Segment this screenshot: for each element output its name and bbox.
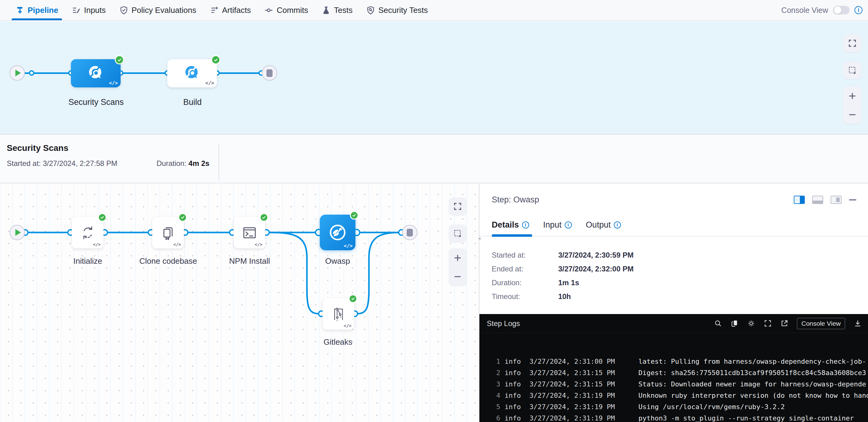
divider	[219, 143, 219, 181]
step-label: Initialize	[73, 256, 102, 266]
log-row[interactable]: 4 info 3/27/2024, 2:31:19 PM Unknown rub…	[479, 392, 868, 403]
step-logs-title: Step Logs	[487, 319, 520, 328]
ci-stage-icon	[183, 64, 202, 83]
layout-bottom-split-icon[interactable]	[812, 196, 823, 204]
tab-details[interactable]: Details i	[492, 220, 529, 230]
step-start-node[interactable]	[9, 225, 25, 240]
log-message: Digest: sha256:7755011cdb13caf9f95051f8c…	[639, 369, 868, 380]
zoom-in-icon[interactable]	[848, 91, 857, 101]
stage-end-node[interactable]	[262, 65, 277, 80]
console-view-toggle[interactable]	[833, 6, 849, 14]
open-in-new-icon[interactable]	[780, 319, 788, 328]
tab-policy-evaluations[interactable]: Policy Evaluations	[113, 0, 203, 20]
layout-floating-icon[interactable]	[831, 196, 842, 204]
zoom-out-icon[interactable]	[453, 272, 462, 281]
stage-started-at: Started at: 3/27/2024, 2:27:58 PM	[7, 159, 117, 168]
stage-duration: Duration: 4m 2s	[157, 159, 209, 168]
success-check-badge	[350, 211, 359, 220]
step-node-initialize[interactable]: </>	[72, 217, 103, 249]
code-badge: </>	[205, 80, 214, 86]
log-timestamp: 3/27/2024, 2:31:19 PM	[529, 392, 639, 403]
panel-layout-controls	[794, 196, 856, 204]
tests-icon	[322, 6, 331, 15]
log-level: info	[505, 380, 529, 392]
detail-label: Timeout:	[492, 292, 556, 301]
step-node-owasp[interactable]: </>	[320, 215, 355, 250]
log-row[interactable]: 3 info 3/27/2024, 2:31:15 PM Status: Dow…	[479, 380, 868, 392]
step-node-gitleaks[interactable]: </>	[322, 298, 354, 330]
step-panel-title: Step: Owasp	[492, 195, 539, 204]
step-logs-toolbar: Console View	[714, 318, 862, 329]
artifacts-icon	[210, 6, 219, 15]
info-icon[interactable]: i	[565, 221, 572, 228]
success-check-badge	[211, 55, 220, 64]
connector-port	[29, 70, 34, 76]
download-icon[interactable]	[854, 319, 862, 328]
owasp-icon	[326, 221, 349, 244]
minimize-panel-icon[interactable]	[849, 196, 856, 204]
stage-node-security-scans[interactable]: </>	[71, 59, 121, 88]
play-icon	[16, 229, 21, 236]
step-node-clone-codebase[interactable]: </>	[152, 217, 184, 249]
search-icon[interactable]	[714, 319, 722, 328]
log-row[interactable]: 5 info 3/27/2024, 2:31:19 PM Using /usr/…	[479, 403, 868, 414]
success-check-badge	[349, 294, 357, 303]
info-icon[interactable]: i	[614, 221, 621, 228]
commits-icon	[264, 6, 273, 15]
step-end-node[interactable]	[402, 225, 417, 240]
select-area-button[interactable]	[449, 225, 467, 242]
copy-icon[interactable]	[731, 319, 739, 328]
tab-label: Commits	[277, 5, 308, 15]
log-line-number: 6	[479, 414, 500, 422]
zoom-out-icon[interactable]	[848, 110, 857, 119]
zoom-in-icon[interactable]	[453, 253, 462, 262]
tab-label: Output	[586, 220, 611, 230]
info-icon[interactable]: i	[522, 221, 529, 228]
marquee-select-icon	[453, 229, 462, 238]
console-view-button[interactable]: Console View	[797, 318, 845, 329]
code-badge: </>	[255, 242, 262, 247]
fit-to-screen-button[interactable]	[449, 197, 467, 215]
nav-right: Console View i	[781, 6, 863, 15]
layout-right-split-icon[interactable]	[794, 196, 805, 204]
log-line-number: 5	[479, 403, 500, 414]
toggle-knob	[834, 6, 841, 14]
log-timestamp: 3/27/2024, 2:31:15 PM	[529, 369, 639, 380]
tab-security-tests[interactable]: Security Tests	[360, 0, 435, 20]
top-nav: Pipeline Inputs Policy Evaluations Artif…	[0, 0, 868, 21]
tab-tests[interactable]: Tests	[315, 0, 360, 20]
zoom-controls	[449, 249, 467, 286]
console-view-info-icon[interactable]: i	[855, 6, 863, 14]
step-graph-canvas[interactable]: </> Initialize </> Clone codebase	[0, 184, 479, 422]
success-check-badge	[178, 213, 187, 222]
stage-connector-line	[17, 72, 270, 74]
tab-commits[interactable]: Commits	[257, 0, 315, 20]
console-view-label: Console View	[781, 6, 828, 15]
log-row[interactable]: 6 info 3/27/2024, 2:31:19 PM python3 -m …	[479, 414, 868, 422]
initialize-icon	[79, 224, 96, 241]
select-area-button[interactable]	[843, 61, 861, 79]
detail-row: Timeout: 10h	[492, 292, 571, 301]
tab-input[interactable]: Input i	[543, 220, 572, 230]
stage-start-node[interactable]	[9, 65, 25, 80]
expand-icon[interactable]	[764, 319, 772, 328]
stage-graph-canvas[interactable]: </> Security Scans </> Build	[0, 22, 868, 134]
pipeline-execution-page: Pipeline Inputs Policy Evaluations Artif…	[0, 0, 868, 422]
log-row[interactable]: 2 info 3/27/2024, 2:31:15 PM Digest: sha…	[479, 369, 868, 380]
tab-pipeline[interactable]: Pipeline	[9, 0, 65, 20]
panel-resize-handle[interactable]: ◂	[478, 235, 480, 241]
log-timestamp: 3/27/2024, 2:31:00 PM	[529, 358, 639, 369]
tab-artifacts[interactable]: Artifacts	[203, 0, 258, 20]
log-line-number: 2	[479, 369, 500, 380]
fit-to-screen-button[interactable]	[843, 34, 861, 52]
stage-node-build[interactable]: </>	[167, 59, 217, 88]
code-badge: </>	[109, 80, 118, 86]
log-row[interactable]: 1 info 3/27/2024, 2:31:00 PM latest: Pul…	[479, 358, 868, 369]
tab-inputs[interactable]: Inputs	[65, 0, 113, 20]
log-level: info	[505, 414, 529, 422]
success-check-badge	[260, 213, 268, 222]
step-logs-header: Step Logs Console View	[479, 314, 868, 333]
gear-icon[interactable]	[747, 319, 755, 328]
step-node-npm-install[interactable]: </>	[234, 217, 265, 249]
tab-output[interactable]: Output i	[586, 220, 621, 230]
